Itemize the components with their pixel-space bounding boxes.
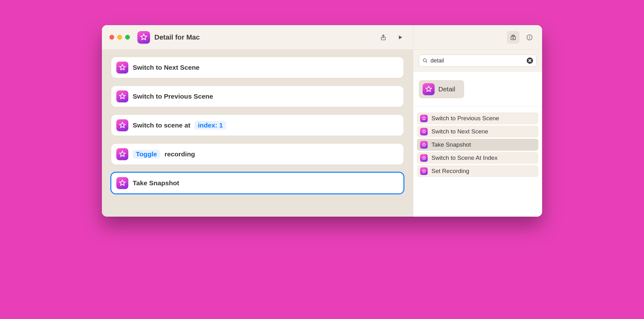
action-app-icon: [116, 148, 128, 160]
library-app-label: Detail: [438, 85, 455, 93]
detail-app-icon: [423, 83, 435, 95]
svg-point-4: [423, 59, 426, 62]
app-icon: [137, 31, 150, 44]
library-item-label: Switch to Next Scene: [431, 128, 488, 135]
action-label: Switch to Next Scene: [133, 64, 199, 71]
titlebar-right: [413, 25, 542, 49]
library-action-list: Switch to Previous Scene Switch to Next …: [413, 107, 542, 183]
search-field[interactable]: [419, 55, 536, 67]
window-title: Detail for Mac: [154, 33, 200, 41]
detail-app-icon: [420, 154, 428, 162]
library-item-switch-previous-scene[interactable]: Switch to Previous Scene: [417, 112, 538, 124]
action-label: recording: [164, 150, 195, 158]
library-item-take-snapshot[interactable]: Take Snapshot: [417, 139, 538, 151]
share-button[interactable]: [377, 31, 390, 44]
action-app-icon: [116, 119, 128, 131]
action-switch-scene-index[interactable]: Switch to scene at index: 1: [111, 115, 403, 136]
zoom-window-button[interactable]: [125, 35, 130, 40]
library-item-set-recording[interactable]: Set Recording: [417, 165, 538, 177]
library-item-label: Set Recording: [431, 168, 469, 175]
info-button[interactable]: [523, 31, 536, 44]
window-controls: [109, 35, 130, 40]
action-switch-previous-scene[interactable]: Switch to Previous Scene: [111, 86, 403, 107]
action-label: Switch to scene at: [133, 122, 190, 129]
library-item-switch-next-scene[interactable]: Switch to Next Scene: [417, 126, 538, 138]
action-app-icon: [116, 62, 128, 73]
detail-app-icon: [420, 167, 428, 175]
minimize-window-button[interactable]: [117, 35, 122, 40]
recording-mode-token[interactable]: Toggle: [133, 150, 160, 159]
action-app-icon: [116, 177, 128, 189]
detail-app-icon: [420, 141, 428, 149]
action-label: Switch to Previous Scene: [133, 93, 213, 100]
detail-app-icon: [420, 115, 428, 122]
search-input[interactable]: [430, 57, 524, 64]
action-switch-next-scene[interactable]: Switch to Next Scene: [111, 57, 403, 78]
detail-app-icon: [420, 128, 428, 135]
action-label: Take Snapshot: [133, 179, 179, 187]
titlebar: Detail for Mac: [102, 25, 542, 50]
library-item-label: Switch to Previous Scene: [431, 115, 499, 122]
close-window-button[interactable]: [109, 35, 114, 40]
library-item-switch-scene-at-index[interactable]: Switch to Scene At Index: [417, 152, 538, 164]
titlebar-left: Detail for Mac: [102, 25, 413, 49]
library-item-label: Take Snapshot: [431, 141, 471, 148]
workflow-pane: Switch to Next Scene Switch to Previous …: [102, 50, 413, 217]
search-icon: [422, 58, 428, 63]
library-app-section: Detail: [413, 72, 542, 107]
svg-point-3: [530, 36, 530, 36]
library-pane: Detail Switch to Previous Scene Switch t…: [413, 50, 542, 217]
action-toggle-recording[interactable]: Toggle recording: [111, 144, 403, 165]
library-toggle-button[interactable]: [507, 31, 519, 44]
window-body: Switch to Next Scene Switch to Previous …: [102, 50, 542, 217]
library-app-pill[interactable]: Detail: [419, 80, 464, 98]
run-button[interactable]: [394, 31, 407, 44]
scene-index-token[interactable]: index: 1: [195, 121, 226, 130]
action-take-snapshot[interactable]: Take Snapshot: [111, 173, 403, 193]
action-app-icon: [116, 90, 128, 102]
clear-search-button[interactable]: [527, 57, 533, 64]
library-item-label: Switch to Scene At Index: [431, 154, 497, 161]
shortcuts-window: Detail for Mac: [102, 25, 542, 217]
search-wrap: [413, 50, 542, 72]
